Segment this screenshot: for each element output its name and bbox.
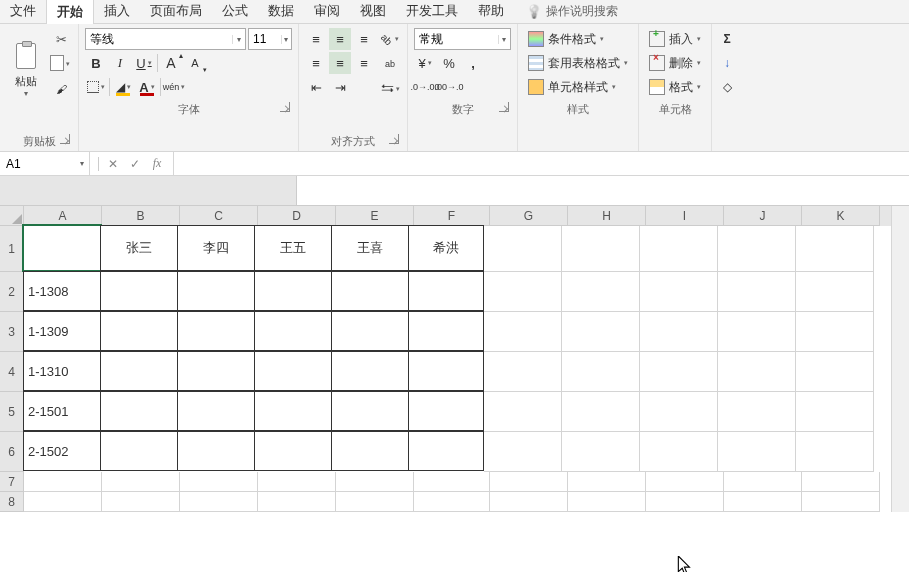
name-box-dropdown-icon[interactable]: ▾: [76, 159, 89, 168]
cell-B2[interactable]: [100, 271, 178, 311]
font-name-input[interactable]: [86, 32, 232, 46]
cell-J2[interactable]: [718, 272, 796, 312]
font-color-button[interactable]: A: [136, 76, 158, 98]
cell-C2[interactable]: [177, 271, 255, 311]
cell-H6[interactable]: [562, 432, 640, 472]
cell-A6[interactable]: 2-1502: [23, 431, 101, 471]
orientation-button[interactable]: ab: [379, 28, 401, 50]
row-header-3[interactable]: 3: [0, 312, 24, 352]
percent-button[interactable]: %: [438, 52, 460, 74]
cell-E8[interactable]: [336, 492, 414, 512]
number-format-dropdown-icon[interactable]: ▾: [498, 35, 510, 44]
font-name-combo[interactable]: ▾: [85, 28, 246, 50]
fill-button[interactable]: ↓: [718, 52, 736, 74]
cell-B8[interactable]: [102, 492, 180, 512]
align-left-button[interactable]: ≡: [305, 52, 327, 74]
cell-H2[interactable]: [562, 272, 640, 312]
font-size-combo[interactable]: ▾: [248, 28, 292, 50]
menu-tab-审阅[interactable]: 审阅: [304, 0, 350, 23]
cell-K4[interactable]: [796, 352, 874, 392]
font-size-dropdown-icon[interactable]: ▾: [281, 35, 291, 44]
col-header-F[interactable]: F: [414, 206, 490, 226]
align-center-button[interactable]: ≡: [329, 52, 351, 74]
cell-K6[interactable]: [796, 432, 874, 472]
cell-G6[interactable]: [484, 432, 562, 472]
format-as-table-button[interactable]: 套用表格格式▾: [524, 52, 632, 74]
cell-F7[interactable]: [414, 472, 490, 492]
cell-D1[interactable]: 王五: [254, 225, 332, 271]
cell-J6[interactable]: [718, 432, 796, 472]
cell-H4[interactable]: [562, 352, 640, 392]
cell-C7[interactable]: [180, 472, 258, 492]
cell-styles-button[interactable]: 单元格样式▾: [524, 76, 632, 98]
conditional-format-button[interactable]: 条件格式▾: [524, 28, 632, 50]
align-top-button[interactable]: ≡: [305, 28, 327, 50]
align-middle-button[interactable]: ≡: [329, 28, 351, 50]
cell-I3[interactable]: [640, 312, 718, 352]
cell-K1[interactable]: [796, 226, 874, 272]
col-header-I[interactable]: I: [646, 206, 724, 226]
cell-J4[interactable]: [718, 352, 796, 392]
cell-K8[interactable]: [802, 492, 880, 512]
increase-decimal-button[interactable]: .0→.00: [414, 76, 436, 98]
cell-F4[interactable]: [408, 351, 484, 391]
number-launcher-icon[interactable]: [499, 102, 509, 112]
cell-F3[interactable]: [408, 311, 484, 351]
col-header-H[interactable]: H: [568, 206, 646, 226]
cell-I5[interactable]: [640, 392, 718, 432]
cell-A5[interactable]: 2-1501: [23, 391, 101, 431]
col-header-K[interactable]: K: [802, 206, 880, 226]
cell-F8[interactable]: [414, 492, 490, 512]
cell-A1[interactable]: [23, 225, 101, 271]
cell-B5[interactable]: [100, 391, 178, 431]
menu-tab-帮助[interactable]: 帮助: [468, 0, 514, 23]
cell-J8[interactable]: [724, 492, 802, 512]
row-header-4[interactable]: 4: [0, 352, 24, 392]
cell-B4[interactable]: [100, 351, 178, 391]
cell-C5[interactable]: [177, 391, 255, 431]
clear-button[interactable]: ◇: [718, 76, 736, 98]
cell-I4[interactable]: [640, 352, 718, 392]
font-name-dropdown-icon[interactable]: ▾: [232, 35, 245, 44]
accounting-format-button[interactable]: ¥: [414, 52, 436, 74]
cell-H7[interactable]: [568, 472, 646, 492]
number-format-combo[interactable]: ▾: [414, 28, 511, 50]
cell-G3[interactable]: [484, 312, 562, 352]
cell-D4[interactable]: [254, 351, 332, 391]
cell-K5[interactable]: [796, 392, 874, 432]
cell-D3[interactable]: [254, 311, 332, 351]
menu-tab-文件[interactable]: 文件: [0, 0, 46, 23]
tell-me-search[interactable]: 操作说明搜索: [526, 3, 618, 20]
select-all-corner[interactable]: [0, 206, 24, 226]
grow-font-button[interactable]: A▴: [160, 52, 182, 74]
cell-J5[interactable]: [718, 392, 796, 432]
insert-button[interactable]: + 插入▾: [645, 28, 705, 50]
col-header-D[interactable]: D: [258, 206, 336, 226]
cell-F5[interactable]: [408, 391, 484, 431]
menu-tab-视图[interactable]: 视图: [350, 0, 396, 23]
cell-E7[interactable]: [336, 472, 414, 492]
col-header-C[interactable]: C: [180, 206, 258, 226]
col-header-E[interactable]: E: [336, 206, 414, 226]
bold-button[interactable]: B: [85, 52, 107, 74]
name-box[interactable]: ▾: [0, 152, 90, 175]
fill-color-button[interactable]: ◢: [112, 76, 134, 98]
cell-B3[interactable]: [100, 311, 178, 351]
merge-button[interactable]: ⮀: [379, 78, 401, 100]
cell-I6[interactable]: [640, 432, 718, 472]
row-header-8[interactable]: 8: [0, 492, 24, 512]
cell-D7[interactable]: [258, 472, 336, 492]
cell-G8[interactable]: [490, 492, 568, 512]
cell-C4[interactable]: [177, 351, 255, 391]
cell-A2[interactable]: 1-1308: [23, 271, 101, 311]
cell-A7[interactable]: [24, 472, 102, 492]
menu-tab-插入[interactable]: 插入: [94, 0, 140, 23]
autosum-button[interactable]: [718, 28, 736, 50]
cell-B1[interactable]: 张三: [100, 225, 178, 271]
cell-C3[interactable]: [177, 311, 255, 351]
underline-button[interactable]: U: [133, 52, 155, 74]
col-header-A[interactable]: A: [24, 206, 102, 226]
cell-G4[interactable]: [484, 352, 562, 392]
cell-D2[interactable]: [254, 271, 332, 311]
cell-H1[interactable]: [562, 226, 640, 272]
